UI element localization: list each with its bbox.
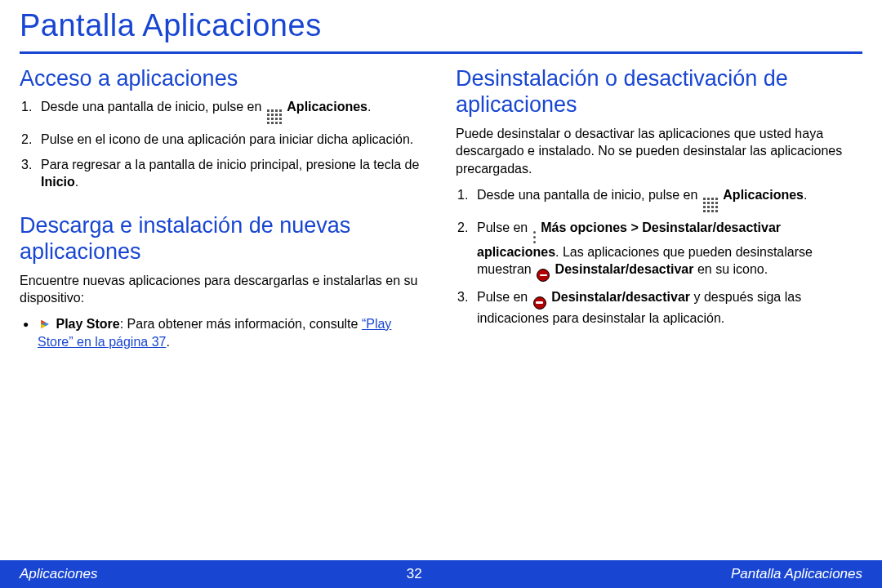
step-text: Pulse en Desinstalar/desactivar y despué… [477,288,862,327]
download-list: ● Play Store: Para obtener más informaci… [20,315,426,350]
text: . [75,175,78,189]
access-step-1: 1. Desde una pantalla de inicio, pulse e… [20,98,426,124]
heading-access: Acceso a aplicaciones [20,65,426,91]
heading-uninstall: Desinstalación o desactivación de aplica… [456,65,862,118]
uninstall-intro: Puede desinstalar o desactivar las aplic… [456,125,862,178]
aplicaciones-label: Aplicaciones [287,100,368,114]
step-text: Desde una pantalla de inicio, pulse en A… [41,98,371,124]
step-number: 3. [21,156,36,191]
two-column-layout: Acceso a aplicaciones 1. Desde una panta… [20,65,862,350]
text: Desde una pantalla de inicio, pulse en [41,100,265,114]
uninstall-step-1: 1. Desde una pantalla de inicio, pulse e… [456,186,862,212]
text: Pulse en [477,220,532,234]
access-steps: 1. Desde una pantalla de inicio, pulse e… [20,98,426,191]
footer-right: Pantalla Aplicaciones [731,566,862,582]
uninstall-label: Desinstalar/desactivar [555,262,694,276]
apps-grid-icon [267,109,282,124]
uninstall-steps: 1. Desde una pantalla de inicio, pulse e… [456,186,862,327]
title-rule [20,51,862,54]
access-step-2: 2. Pulse en el icono de una aplicación p… [20,131,426,149]
footer-left: Aplicaciones [20,566,97,582]
text: en su icono. [693,262,768,276]
text: : Para obtener más información, consulte [120,317,362,331]
step-text: Pulse en Más opciones > Desinstalar/desa… [477,219,862,282]
page-title: Pantalla Aplicaciones [20,8,862,50]
uninstall-label: Desinstalar/desactivar [551,290,690,304]
page-footer: Aplicaciones 32 Pantalla Aplicaciones [0,560,882,588]
step-text: Para regresar a la pantalla de inicio pr… [41,156,426,191]
text: . [804,188,807,202]
text: . [166,335,169,349]
text: Desde una pantalla de inicio, pulse en [477,188,702,202]
more-options-icon [533,231,536,243]
play-store-label: Play Store [56,317,119,331]
text: Para regresar a la pantalla de inicio pr… [41,158,419,172]
step-number: 2. [21,131,36,149]
play-store-icon [39,318,51,330]
step-text: Pulse en el icono de una aplicación para… [41,131,413,149]
step-number: 3. [457,288,472,327]
right-column: Desinstalación o desactivación de aplica… [456,65,862,350]
step-number: 1. [21,98,36,124]
aplicaciones-label: Aplicaciones [723,188,804,202]
step-number: 2. [457,219,472,282]
text: Pulse en [477,290,532,304]
play-store-item: ● Play Store: Para obtener más informaci… [23,315,426,350]
footer-page-number: 32 [407,566,422,582]
page: Pantalla Aplicaciones Acceso a aplicacio… [0,0,882,588]
step-text: Desde una pantalla de inicio, pulse en A… [477,186,807,212]
uninstall-step-3: 3. Pulse en Desinstalar/desactivar y des… [456,288,862,327]
uninstall-minus-icon [533,296,546,310]
bullet-icon: ● [23,315,31,350]
uninstall-minus-icon [537,269,550,282]
text: . [368,100,371,114]
uninstall-step-2: 2. Pulse en Más opciones > Desinstalar/d… [456,219,862,282]
heading-download: Descarga e instalación de nuevas aplicac… [20,212,426,265]
left-column: Acceso a aplicaciones 1. Desde una panta… [20,65,426,350]
inicio-label: Inicio [41,175,75,189]
play-store-text: Play Store: Para obtener más información… [38,315,426,350]
download-intro: Encuentre nuevas aplicaciones para desca… [20,272,426,307]
apps-grid-icon [703,198,718,212]
access-step-3: 3. Para regresar a la pantalla de inicio… [20,156,426,191]
step-number: 1. [457,186,472,212]
